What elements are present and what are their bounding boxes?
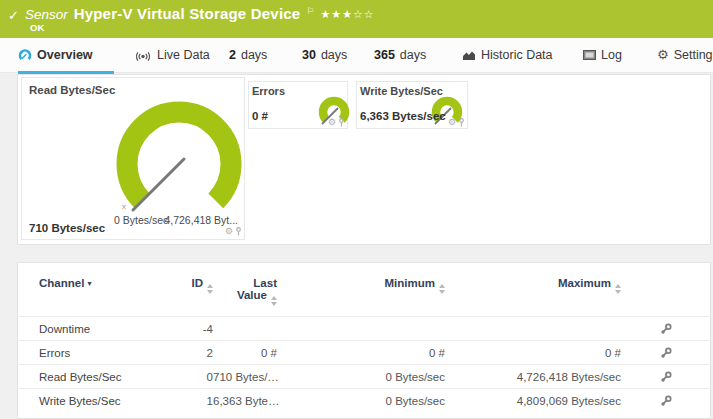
sort-icon	[615, 284, 621, 294]
table-row-errors: Errors 2 0 # 0 # 0 #	[18, 341, 710, 365]
gear-icon[interactable]: ⚙	[328, 118, 336, 127]
object-type-label: Sensor	[25, 7, 68, 22]
gauge-current-value: 0 #	[252, 110, 268, 122]
tab-30-days[interactable]: 30days	[302, 38, 347, 71]
channel-minimum: 0 #	[277, 341, 445, 365]
flag-icon[interactable]: ⚐	[306, 6, 314, 16]
channels-table-panel: Channel ▾ ID Last Value Minimum Maximum	[17, 262, 711, 419]
sensor-status-header: ✓ Sensor Hyper-V Virtual Storage Device …	[0, 0, 713, 38]
channel-name: Read Bytes/Sec	[18, 365, 168, 389]
sort-icon	[271, 296, 277, 306]
col-header-channel[interactable]: Channel ▾	[18, 263, 168, 317]
pin-icon[interactable]	[458, 118, 465, 127]
status-badge: OK	[30, 22, 44, 33]
gauge-tools: ⚙	[225, 227, 242, 236]
channel-name: Downtime	[18, 317, 168, 341]
tab-bar: Overview Live Data 2days 30days 365days	[0, 38, 713, 73]
table-row-downtime: Downtime -4	[18, 317, 710, 341]
channel-last-value: 0 #	[213, 341, 277, 365]
channel-maximum: 0 #	[445, 341, 621, 365]
channel-settings-cell	[621, 389, 710, 413]
gauge-icon	[18, 48, 32, 62]
tab-log[interactable]: Log	[583, 38, 622, 71]
sort-icon	[439, 284, 445, 294]
gauges-panel: Read Bytes/Sec x 0 Bytes/sec 4,726,418 B…	[17, 74, 711, 245]
gauge-tile-read-bytes[interactable]: Read Bytes/Sec x 0 Bytes/sec 4,726,418 B…	[21, 77, 245, 240]
tab-historic-data[interactable]: Historic Data	[462, 38, 553, 71]
channel-maximum	[445, 317, 621, 341]
col-header-id[interactable]: ID	[168, 263, 213, 317]
status-ok-check-icon: ✓	[8, 8, 19, 23]
gauge-min-label: 0 Bytes/sec	[114, 214, 168, 226]
pin-icon[interactable]	[338, 118, 345, 127]
channel-id: -4	[168, 317, 213, 341]
tab-overview[interactable]: Overview	[18, 38, 114, 74]
tab-2-days[interactable]: 2days	[229, 38, 267, 71]
log-icon	[583, 50, 596, 60]
gauge-tile-errors[interactable]: Errors 0 # ⚙	[248, 81, 348, 129]
pin-icon[interactable]	[235, 227, 242, 236]
channel-minimum: 0 Bytes/sec	[277, 365, 445, 389]
channel-last-value: 6,363 Byte…	[213, 389, 277, 413]
gauge-current-value: 6,363 Bytes/sec	[360, 110, 446, 122]
gear-icon[interactable]: ⚙	[225, 227, 233, 236]
col-header-actions	[621, 263, 710, 317]
wrench-icon[interactable]	[660, 371, 672, 383]
table-row-write-bytes: Write Bytes/Sec 1 6,363 Byte… 0 Bytes/se…	[18, 389, 710, 413]
channel-id: 0	[168, 365, 213, 389]
channel-minimum	[277, 317, 445, 341]
tab-settings[interactable]: ⚙ Settings	[657, 38, 713, 71]
channel-last-value	[213, 317, 277, 341]
gauge-max-label: 4,726,418 Byt...	[164, 214, 238, 226]
gauge-tile-write-bytes[interactable]: Write Bytes/Sec 6,363 Bytes/sec ⚙	[356, 81, 468, 129]
gauge-min-marker: x	[122, 202, 126, 211]
sort-icon	[207, 284, 213, 294]
gauge-tools: ⚙	[328, 118, 345, 127]
gauge-current-value: 710 Bytes/sec	[29, 222, 105, 234]
wrench-icon[interactable]	[660, 347, 672, 359]
channel-last-value: 710 Bytes/…	[213, 365, 277, 389]
col-header-last-value[interactable]: Last Value	[213, 263, 277, 317]
priority-stars[interactable]: ★★★☆☆	[320, 8, 374, 21]
col-header-minimum[interactable]: Minimum	[277, 263, 445, 317]
tab-365-days[interactable]: 365days	[374, 38, 426, 71]
gauge-title: Read Bytes/Sec	[29, 84, 115, 96]
sensor-title: Hyper-V Virtual Storage Device	[74, 5, 301, 22]
historic-chart-icon	[462, 49, 476, 61]
channel-maximum: 4,809,069 Bytes/sec	[445, 389, 621, 413]
channel-maximum: 4,726,418 Bytes/sec	[445, 365, 621, 389]
live-data-icon	[134, 48, 152, 61]
col-header-maximum[interactable]: Maximum	[445, 263, 621, 317]
channel-settings-cell	[621, 365, 710, 389]
gauge-title: Errors	[252, 85, 285, 97]
channel-id: 2	[168, 341, 213, 365]
table-row-read-bytes: Read Bytes/Sec 0 710 Bytes/… 0 Bytes/sec…	[18, 365, 710, 389]
gear-icon: ⚙	[657, 47, 669, 62]
wrench-icon[interactable]	[660, 395, 672, 407]
channel-minimum: 0 Bytes/sec	[277, 389, 445, 413]
channels-table: Channel ▾ ID Last Value Minimum Maximum	[18, 263, 710, 413]
gauge-tools: ⚙	[448, 118, 465, 127]
channel-settings-cell	[621, 317, 710, 341]
sort-desc-icon: ▾	[88, 279, 92, 288]
tab-live-data[interactable]: Live Data	[134, 38, 210, 71]
wrench-icon[interactable]	[660, 323, 672, 335]
gear-icon[interactable]: ⚙	[448, 118, 456, 127]
channel-name: Errors	[18, 341, 168, 365]
channel-id: 1	[168, 389, 213, 413]
channel-settings-cell	[621, 341, 710, 365]
channel-name: Write Bytes/Sec	[18, 389, 168, 413]
prtg-sensor-page: ✓ Sensor Hyper-V Virtual Storage Device …	[0, 0, 713, 419]
